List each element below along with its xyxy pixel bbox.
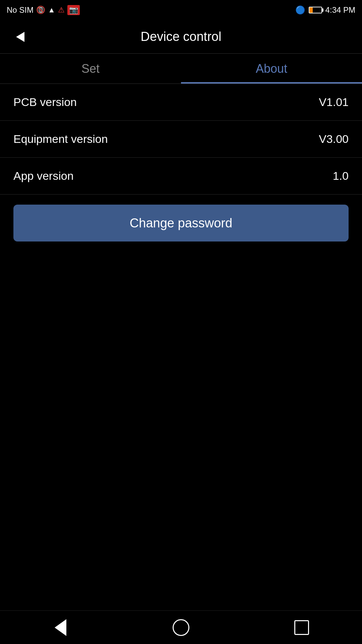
nav-bar [0, 610, 362, 644]
tab-set-label: Set [81, 62, 100, 76]
nav-recent-icon [294, 620, 309, 635]
equipment-version-row: Equipment version V3.00 [0, 121, 362, 158]
page-title: Device control [30, 30, 332, 44]
app-version-value: 1.0 [333, 169, 349, 182]
status-left: No SIM 📵 ▲ ⚠ 📷 [7, 5, 80, 15]
pcb-version-label: PCB version [13, 96, 319, 109]
nav-back-button[interactable] [47, 618, 74, 638]
status-right: 🔵 4:34 PM [295, 5, 355, 15]
bluetooth-icon: 🔵 [295, 5, 305, 15]
sim-icon: 📵 [36, 6, 45, 14]
tab-bar: Set About [0, 54, 362, 84]
notification-icon: 📷 [67, 5, 80, 15]
battery-warning-icon: ⚠ [58, 6, 65, 14]
nav-recent-button[interactable] [288, 618, 315, 638]
equipment-version-label: Equipment version [13, 132, 319, 146]
tab-about[interactable]: About [181, 54, 362, 84]
pcb-version-value: V1.01 [319, 96, 349, 109]
battery-icon [309, 7, 322, 13]
app-version-label: App version [13, 169, 333, 182]
app-version-row: App version 1.0 [0, 158, 362, 195]
pcb-version-row: PCB version V1.01 [0, 84, 362, 121]
nav-home-button[interactable] [168, 618, 194, 638]
wifi-icon: ▲ [48, 6, 55, 14]
nav-home-icon [173, 619, 189, 636]
carrier-text: No SIM [7, 5, 34, 15]
status-bar: No SIM 📵 ▲ ⚠ 📷 🔵 4:34 PM [0, 0, 362, 20]
equipment-version-value: V3.00 [319, 132, 349, 146]
back-arrow-icon [16, 32, 24, 42]
change-password-button[interactable]: Change password [13, 205, 349, 241]
nav-back-icon [55, 619, 66, 636]
app-header: Device control [0, 20, 362, 54]
time-text: 4:34 PM [325, 5, 355, 15]
content-area: PCB version V1.01 Equipment version V3.0… [0, 84, 362, 241]
tab-about-label: About [256, 62, 287, 76]
change-password-label: Change password [130, 216, 232, 230]
tab-set[interactable]: Set [0, 54, 181, 84]
back-button[interactable] [10, 27, 30, 47]
